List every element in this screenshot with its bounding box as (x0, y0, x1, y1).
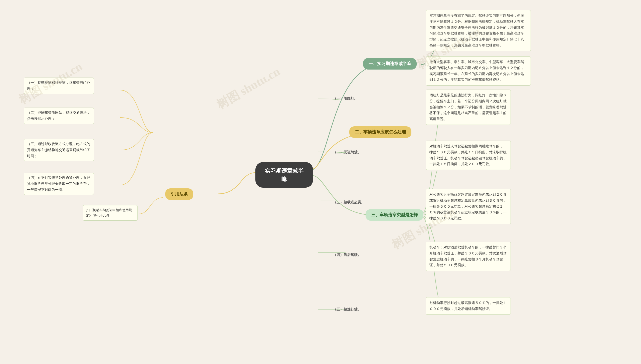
right-text-1: 闯红灯是最常见的违法行为，闯红灯一次性扣除６分，提醒车主们，若一个记分周期内同２… (426, 90, 511, 125)
right-text-3: 对公路客运车辆载客超过额定乘员尚未达到２０％或货运机动车超过核定载质量尚未达到３… (426, 189, 511, 224)
branch-one: 一、实习期违章减半嘛 (363, 58, 417, 70)
branch-three: 三、车辆违章类型是怎样 (366, 209, 423, 221)
sub-label-1: （一）闯红灯。 (333, 96, 358, 101)
left-item-4: （四）在支付宝违章处理通道办理，办理异地服务违章处理会收取一定的服务费，一般情况… (24, 173, 94, 195)
right-text-5: 对机动车行驶时超过最高限速５０％的，一律处１０００元罚款，并处吊销机动车驾驶证。 (426, 297, 511, 315)
watermark-2: 树图 shutu.cn (214, 64, 283, 113)
law-text-box: [1]《机动车驾驶证申领和使用规定》 第七十八条 (83, 205, 138, 221)
sub-label-3: （三）超载或超员。 (333, 200, 365, 205)
sub-label-2: （二）无证驾驶。 (333, 150, 361, 155)
left-item-3: （三）通过邮政代缴方式办理，此方式的开通为车主缴纳异地交通违章罚款节约了时间； (24, 139, 94, 161)
text-box-top2: 持有大型客车、牵引车、城市公交车、中型客车、大型货车驾驶证的驾驶人在一年实习期内… (426, 56, 531, 86)
left-item-1: （一）持驾驶证和行驶证，到车管部门办理； (24, 78, 94, 94)
right-text-2: 对机动车驾驶人驾驶证被暂扣期间继续驾车的，一律处５００元罚款，并处１５日拘留。对… (426, 141, 511, 170)
right-text-4: 机动车：对饮酒后驾驶机动车的，一律处暂扣３个月机动车驾驶证，并处３００元罚款。对… (426, 242, 511, 271)
sub-label-5: （五）超速行驶。 (333, 307, 361, 312)
branch-law: 引用法条 (165, 188, 193, 200)
sub-label-4: （四）酒后驾驶。 (333, 253, 361, 257)
center-node: 实习期违章减半嘛 (255, 162, 313, 188)
left-item-2: （二）登陆车管所网站，找到交通违法，点击按提示办理； (24, 108, 94, 124)
branch-two: 二、车辆违章应该怎么处理 (349, 126, 411, 138)
text-box-top1: 实习期违章并没有减半的规定。驾驶证实习期可以加分，但应注意不能超过１２分。根据我… (426, 10, 531, 51)
